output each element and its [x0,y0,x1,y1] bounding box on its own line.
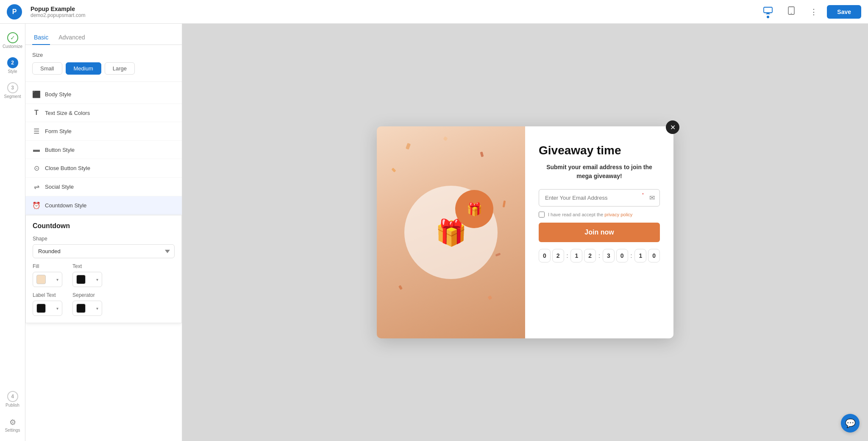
fill-color-picker[interactable]: ▾ [33,272,62,287]
device-switcher: ⋮ [759,4,822,20]
body-style-label: Body Style [45,91,71,98]
fill-label: Fill [33,263,62,269]
confetti-8 [443,136,448,141]
fill-text-color-row: Fill ▾ Text ▾ [33,263,175,287]
svg-rect-0 [764,7,772,13]
nav-item-style[interactable]: 2 Style [2,54,24,77]
separator-color-picker[interactable]: ▾ [72,301,102,316]
svg-point-4 [791,13,792,14]
size-section: Size Small Medium Large [25,45,182,82]
text-size-colors-item[interactable]: T Text Size & Colors [25,104,182,122]
text-color-group: Text ▾ [72,263,102,287]
text-label: Text [72,263,102,269]
social-style-icon: ⇌ [32,183,41,191]
nav-item-settings[interactable]: ⚙ Settings [2,414,24,436]
form-style-icon: ☰ [32,127,41,135]
form-style-item[interactable]: ☰ Form Style [25,122,182,141]
button-style-item[interactable]: ▬ Button Style [25,141,182,159]
email-input-wrap: * ✉ [539,189,660,207]
size-small-btn[interactable]: Small [32,62,62,75]
customize-check: ✓ [7,32,18,43]
cd-digit-5: 0 [616,249,628,262]
text-color-picker[interactable]: ▾ [72,272,102,287]
text-size-label: Text Size & Colors [45,110,90,116]
label-text-color-swatch [36,304,46,313]
size-label: Size [32,52,175,58]
countdown-display: 0 2 : 1 2 : 3 0 : 1 0 [539,249,660,262]
form-style-label: Form Style [45,128,72,134]
top-bar: P Popup Example demo2.popupsmart.com ⋮ S… [0,0,868,24]
label-text-arrow: ▾ [56,306,58,311]
popup-close-button[interactable]: ✕ [666,120,679,134]
nav-label-style: Style [8,69,17,74]
body-style-item[interactable]: ⬛ Body Style [25,85,182,104]
tab-bar: Basic Advanced [25,24,182,45]
countdown-style-item[interactable]: ⏰ Countdown Style [25,196,182,215]
popup-subheading: Submit your email address to join the me… [539,163,660,181]
fill-color-swatch [36,275,46,284]
gift-badge-icon: 🎁 [467,202,482,217]
size-buttons: Small Medium Large [32,62,175,75]
cd-digit-6: 1 [634,249,646,262]
label-text-label: Label Text [33,292,62,298]
close-button-icon: ⊙ [32,164,41,172]
shape-label: Shape [33,236,175,242]
checkbox-text: I have read and accept the [548,212,603,217]
app-title: Popup Example demo2.popupsmart.com [31,6,754,18]
close-button-style-item[interactable]: ⊙ Close Button Style [25,159,182,178]
svg-rect-2 [766,14,770,14]
cd-digit-7: 0 [648,249,660,262]
required-star: * [642,193,644,197]
preview-area: 🎁 🎁 ✕ Giveaway time Submit your email ad… [182,24,868,441]
close-x-icon: ✕ [670,123,676,131]
social-style-item[interactable]: ⇌ Social Style [25,178,182,196]
tab-advanced[interactable]: Advanced [57,31,86,45]
confetti-4 [398,285,402,290]
email-input[interactable] [539,189,660,207]
style-badge: 2 [7,57,18,68]
desktop-device-btn[interactable] [759,4,777,19]
social-style-label: Social Style [45,184,74,190]
app-url: demo2.popupsmart.com [31,12,754,18]
button-style-label: Button Style [45,147,75,153]
nav-item-segment[interactable]: 3 Segment [2,79,24,102]
nav-bottom: 4 Publish ⚙ Settings [2,388,24,436]
privacy-checkbox[interactable] [539,212,545,218]
separator-color-swatch [76,304,86,313]
settings-icon: ⚙ [9,418,16,427]
email-icon: ✉ [649,194,655,202]
tablet-device-btn[interactable] [784,4,799,20]
popup-right-panel: ✕ Giveaway time Submit your email addres… [525,126,673,338]
join-button[interactable]: Join now [539,223,660,242]
confetti-3 [391,167,396,172]
cd-digit-0: 0 [539,249,551,262]
app-name: Popup Example [31,6,754,12]
nav-label-segment: Segment [4,94,21,99]
countdown-panel-title: Countdown [33,222,175,230]
size-large-btn[interactable]: Large [105,62,135,75]
left-nav: ✓ Customize 2 Style 3 Segment 4 Publish … [0,24,25,441]
button-style-icon: ▬ [32,146,41,154]
cd-digit-2: 1 [570,249,582,262]
popup-heading: Giveaway time [539,143,660,158]
shape-select[interactable]: Rounded Square Circle [33,244,175,258]
label-text-color-group: Label Text ▾ [33,292,62,316]
more-options-btn[interactable]: ⋮ [806,5,822,19]
save-button[interactable]: Save [827,5,861,19]
size-medium-btn[interactable]: Medium [66,62,101,75]
cd-sep-0: : [566,252,569,259]
tab-basic[interactable]: Basic [32,31,50,45]
countdown-style-label: Countdown Style [45,202,86,209]
privacy-link[interactable]: privacy policy [604,212,632,217]
confetti-1 [406,143,411,150]
cd-digit-1: 2 [552,249,564,262]
confetti-2 [480,151,484,157]
chat-icon: 💬 [845,418,856,428]
chat-bubble[interactable]: 💬 [841,414,860,433]
label-text-color-picker[interactable]: ▾ [33,301,62,316]
cd-sep-2: : [630,252,633,259]
svg-rect-1 [767,13,769,14]
nav-item-customize[interactable]: ✓ Customize [2,29,24,52]
popup-container: 🎁 🎁 ✕ Giveaway time Submit your email ad… [377,126,673,338]
nav-item-publish[interactable]: 4 Publish [2,388,24,411]
